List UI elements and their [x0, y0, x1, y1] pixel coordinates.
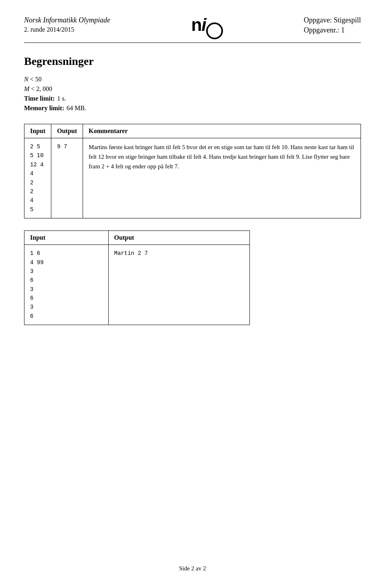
- memory-value: 64 MB.: [67, 105, 86, 112]
- footer: Side 2 av 2: [0, 565, 385, 572]
- table2-data-row: 1 6 4 99 3 6 3 6 3 6 Martin 2 7: [24, 245, 250, 325]
- header-divider: [24, 42, 361, 43]
- table1-header-row: Input Output Kommentarer: [24, 124, 361, 138]
- table2-header-output: Output: [108, 231, 249, 245]
- logo-n: n: [191, 15, 202, 34]
- constraint-n: N < 50: [24, 76, 361, 83]
- table1-header-comment: Kommentarer: [83, 124, 361, 138]
- org-text: Norsk Informatikk Olympiade: [24, 16, 110, 24]
- table1: Input Output Kommentarer 2 5 5 10 12 4 4…: [24, 124, 361, 218]
- table1-output: 9 7: [51, 138, 83, 218]
- tasknum-value: 1: [341, 26, 344, 34]
- table2-wrapper: Input Output 1 6 4 99 3 6 3 6 3 6 Martin…: [24, 230, 250, 325]
- constraint-time: Time limit: 1 s.: [24, 95, 361, 102]
- header-left: Norsk Informatikk Olympiade 2. runde 201…: [24, 16, 110, 33]
- table2: Input Output 1 6 4 99 3 6 3 6 3 6 Martin…: [24, 230, 250, 325]
- header-logo: ni: [191, 16, 223, 39]
- logo-o: [206, 22, 223, 39]
- table2-header-row: Input Output: [24, 231, 250, 245]
- table2-header-input: Input: [24, 231, 109, 245]
- constraint-memory: Memory limit: 64 MB.: [24, 105, 361, 112]
- footer-text: Side 2 av 2: [179, 565, 206, 572]
- nio-logo: ni: [191, 16, 223, 39]
- table2-output: Martin 2 7: [108, 245, 249, 325]
- table1-header-output: Output: [51, 124, 83, 138]
- table2-input: 1 6 4 99 3 6 3 6 3 6: [24, 245, 109, 325]
- header-org: Norsk Informatikk Olympiade: [24, 16, 110, 24]
- table1-data-row: 2 5 5 10 12 4 4 2 2 4 5 9 7 Martins førs…: [24, 138, 361, 218]
- time-value: 1 s.: [57, 95, 66, 102]
- header-round: 2. runde 2014/2015: [24, 26, 110, 33]
- header-tasknum: Oppgavenr.: 1: [304, 26, 361, 34]
- header-task: Oppgave: Stigespill: [304, 16, 361, 24]
- task-name: Stigespill: [334, 16, 361, 24]
- task-label: Oppgave:: [304, 16, 332, 24]
- memory-label: Memory limit:: [24, 105, 64, 112]
- table1-comment: Martins første kast bringer ham til felt…: [83, 138, 361, 218]
- constraint-n-math: N < 50: [24, 76, 42, 83]
- header-right: Oppgave: Stigespill Oppgavenr.: 1: [304, 16, 361, 34]
- time-label: Time limit:: [24, 95, 55, 102]
- table1-header-input: Input: [24, 124, 51, 138]
- logo-i: i: [202, 15, 206, 34]
- constraint-m: M < 2, 000: [24, 85, 361, 93]
- page: Norsk Informatikk Olympiade 2. runde 201…: [0, 0, 385, 588]
- section-title: Begrensninger: [24, 55, 361, 68]
- constraint-m-math: M < 2, 000: [24, 85, 52, 93]
- tasknum-label: Oppgavenr.:: [304, 26, 339, 34]
- table1-input: 2 5 5 10 12 4 4 2 2 4 5: [24, 138, 51, 218]
- constraints: N < 50 M < 2, 000 Time limit: 1 s. Memor…: [24, 76, 361, 112]
- header: Norsk Informatikk Olympiade 2. runde 201…: [24, 16, 361, 39]
